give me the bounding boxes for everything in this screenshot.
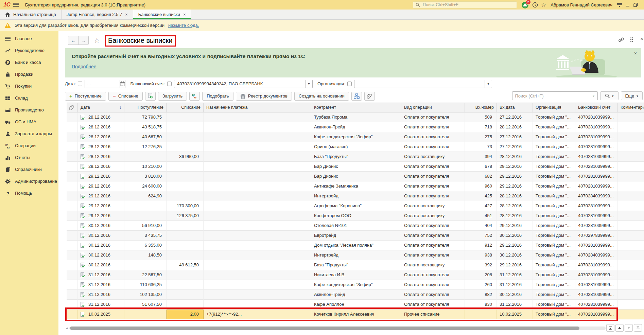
column-header-5[interactable]: Контрагент [311,103,401,112]
table-row[interactable]: 31.12.201651 607,50Кафе АполлонОплата от… [67,300,644,310]
cell-writeoff[interactable] [167,280,204,290]
cell-in-number[interactable]: 509 [465,112,497,122]
cell-counterparty[interactable]: Кочетков Кирилл Алексеевич [311,310,401,319]
cell-comment[interactable] [618,260,644,270]
buy-commercial-link[interactable]: нажмите сюда. [168,23,199,28]
cell-receipt[interactable]: 12 276,25 [124,142,167,152]
cell-operation[interactable]: Оплата от покупателя [401,290,465,300]
global-search-box[interactable] [413,1,517,8]
close-form-icon[interactable]: × [640,36,643,41]
cell-operation[interactable]: Прочее списание [401,310,465,319]
load-button[interactable]: Загрузить [158,92,187,101]
cell-account[interactable]: 4070281039999... [575,270,618,280]
cell-account[interactable]: 4070281039999... [575,310,618,319]
cell-operation[interactable]: Оплата от покупателя [401,162,465,172]
scrollbar-thumb[interactable] [70,327,579,330]
cell-in-date[interactable]: 29.12.2016 [497,221,533,231]
cell-organization[interactable]: Торговый дом "... [533,300,575,310]
cell-purpose[interactable] [204,260,311,270]
cell-in-number[interactable]: 678 [465,162,497,172]
cell-counterparty[interactable]: Интертрейд [311,250,401,260]
attachments-button[interactable] [364,92,375,101]
cell-counterparty[interactable]: Кафе Аполлон [311,300,401,310]
cell-in-date[interactable]: 27.12.2016 [497,132,533,142]
tab-jump-finance[interactable]: Jump.Finance, версия 2.5.7 × [62,10,133,19]
cell-writeoff[interactable] [167,191,204,201]
cell-account[interactable]: 4070281039999... [575,152,618,162]
cell-purpose[interactable]: +7(912)***-**-92... [204,310,311,319]
cell-receipt[interactable] [124,201,167,211]
cell-account[interactable]: 4070281039999... [575,241,618,250]
table-row[interactable]: 30.12.20163 435,75ЕвротрейдОплата от пок… [67,231,644,241]
history-icon[interactable] [532,2,538,8]
table-row[interactable]: 30.12.201649 612,50База "Продукты"Оплата… [67,260,644,270]
cell-writeoff[interactable] [167,122,204,132]
cell-in-date[interactable]: 27.12.2016 [497,142,533,152]
cell-account[interactable]: 4070281039999... [575,201,618,211]
cell-comment[interactable] [618,270,644,280]
cell-in-date[interactable]: 28.12.2016 [497,152,533,162]
cell-date[interactable]: 28.12.2016 [78,112,124,122]
cell-organization[interactable]: Торговый дом "... [533,201,575,211]
cell-receipt[interactable]: 40 667,50 [124,132,167,142]
date-filter-input[interactable] [85,80,125,88]
cell-operation[interactable]: Оплата поставщику [401,260,465,270]
cell-organization[interactable]: Торговый дом "... [533,270,575,280]
cell-attachments[interactable] [67,211,78,221]
cell-counterparty[interactable]: Аквилон-Трейд [311,122,401,132]
cell-date[interactable]: 30.12.2016 [78,260,124,270]
add-favorite-icon[interactable]: ☆ [94,36,100,45]
column-header-6[interactable]: Вид операции [401,103,465,112]
cell-account[interactable]: 4070281039999... [575,142,618,152]
cell-receipt[interactable] [124,211,167,221]
cell-writeoff[interactable]: 36 960,00 [167,152,204,162]
cell-in-date[interactable]: 29.12.2016 [497,181,533,191]
cell-receipt[interactable]: 10 210,00 [124,162,167,172]
cell-in-date[interactable]: 30.12.2016 [497,290,533,300]
cell-in-date[interactable]: 10.02.2025 [497,310,533,319]
cell-in-date[interactable]: 31.12.2016 [497,270,533,280]
column-header-attachments[interactable] [67,103,78,112]
cell-comment[interactable] [618,280,644,290]
receipt-button[interactable]: + Поступление [65,92,106,101]
cell-counterparty[interactable]: База "Продукты" [311,152,401,162]
cell-in-number[interactable]: 260 [465,280,497,290]
writeoff-button[interactable]: − Списание [108,92,143,101]
column-header-10[interactable]: Банковский счет [575,103,618,112]
cell-in-date[interactable]: 31.12.2016 [497,300,533,310]
sidebar-item-admin[interactable]: Администрирование [0,175,58,187]
cell-purpose[interactable] [204,270,311,280]
cell-organization[interactable]: Торговый дом "... [533,231,575,241]
table-row[interactable]: 29.12.201610 210,00Бар ДионисОплата от п… [67,162,644,172]
sidebar-item-help[interactable]: ?Помощь [0,187,58,199]
cell-in-number[interactable]: 427 [465,201,497,211]
cell-attachments[interactable] [67,112,78,122]
cell-date[interactable]: 29.12.2016 [78,201,124,211]
main-menu-icon[interactable] [13,2,19,7]
cell-operation[interactable]: Оплата от покупателя [401,142,465,152]
user-name[interactable]: Абрамов Геннадий Сергеевич [551,2,612,7]
cell-date[interactable]: 31.12.2016 [78,280,124,290]
cell-operation[interactable]: Оплата от покупателя [401,221,465,231]
cell-writeoff[interactable] [167,290,204,300]
cell-comment[interactable] [618,152,644,162]
cell-operation[interactable]: Оплата поставщику [401,211,465,221]
cell-in-number[interactable]: 682 [465,172,497,181]
cell-counterparty[interactable]: Дом отдыха "Лесная поляна" [311,241,401,250]
cell-account[interactable]: 4070284039999... [575,191,618,201]
cell-attachments[interactable] [67,181,78,191]
cell-date[interactable]: 28.12.2016 [78,142,124,152]
table-row[interactable]: 30.12.2016148,50ИнтертрейдОплата от поку… [67,250,644,260]
table-row[interactable]: 10.02.20252,00+7(912)***-**-92...Кочетко… [67,310,644,319]
cell-in-date[interactable]: 29.12.2016 [497,241,533,250]
cell-in-date[interactable]: 27.12.2016 [497,112,533,122]
back-button[interactable]: ← [68,36,79,45]
cell-counterparty[interactable]: Кафе-кондитерская "Зефир" [311,132,401,142]
sidebar-item-purchases[interactable]: Покупки [0,80,58,92]
cell-comment[interactable] [618,172,644,181]
cell-purpose[interactable] [204,201,311,211]
tab-close-icon[interactable]: × [183,12,186,17]
cell-purpose[interactable] [204,152,311,162]
cell-receipt[interactable] [124,152,167,162]
column-header-8[interactable]: Вх.дата [497,103,533,112]
